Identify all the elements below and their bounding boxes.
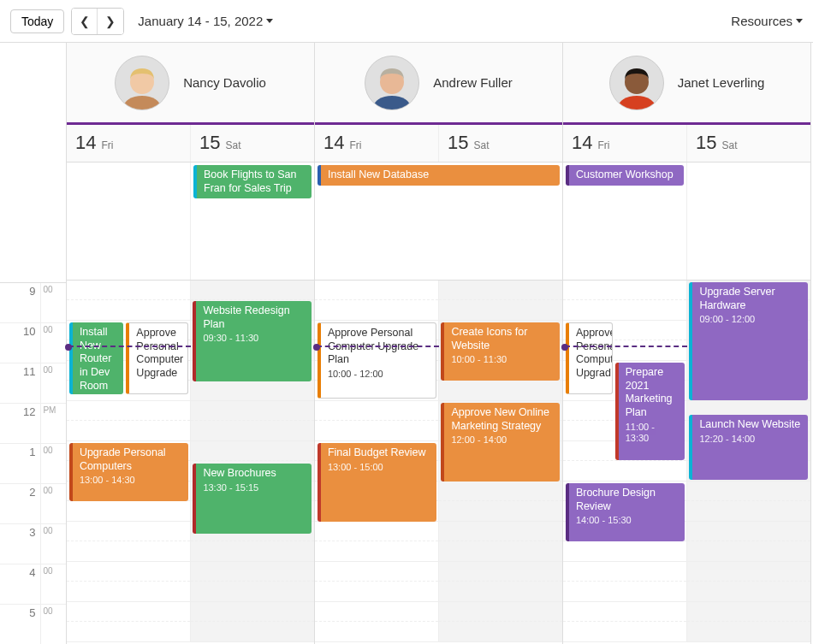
toolbar-left: Today ❮ ❯ January 14 - 15, 2022 [10, 8, 273, 35]
day-number: 14 [572, 132, 592, 154]
calendar-event[interactable]: Install New Router in Dev Room [69, 322, 124, 394]
ruler-body: 9001000110012PM100200300400500 [0, 283, 66, 644]
calendar-event[interactable]: Create Icons for Website10:00 - 11:30 [441, 322, 560, 381]
calendar-event[interactable]: Approve Personal Computer Upgrade [126, 322, 187, 394]
calendar-event[interactable]: Prepare 2021 Marketing Plan11:00 - 13:30 [615, 363, 685, 460]
event-title: Upgrade Personal Computers [80, 446, 183, 473]
calendar-event[interactable]: Final Budget Review13:00 - 15:00 [317, 443, 436, 522]
day-of-week: Sat [721, 139, 737, 151]
scheduler: 9001000110012PM100200300400500 Nancy Dav… [0, 43, 813, 644]
hour-label: 2 [0, 484, 40, 523]
event-title: Website Redesign Plan [203, 304, 306, 331]
event-time: 11:00 - 13:30 [626, 422, 679, 446]
avatar [365, 56, 419, 110]
hour-label: 12 [0, 404, 40, 443]
calendar-event[interactable]: Approve New Online Marketing Strategy12:… [441, 403, 560, 482]
day-overlay: Website Redesign Plan09:30 - 11:30New Br… [191, 281, 315, 644]
allday-row: Install New Database [315, 162, 562, 281]
day-header[interactable]: 14Fri [67, 125, 191, 162]
event-title: New Brochures [203, 467, 306, 481]
event-title: Install New Router in Dev Room [80, 326, 119, 393]
calendar-event[interactable]: New Brochures13:30 - 15:15 [193, 464, 312, 534]
calendar-event[interactable]: Brochure Design Review14:00 - 15:30 [566, 483, 685, 541]
avatar [609, 56, 664, 110]
day-of-week: Fri [349, 139, 361, 151]
calendar-event[interactable]: Approve Personal Computer Upgrad [566, 322, 613, 394]
hour-label: 1 [0, 444, 40, 483]
day-headers: 14Fri15Sat [563, 125, 810, 162]
day-header[interactable]: 15Sat [191, 125, 314, 162]
allday-event[interactable]: Book Flights to San Fran for Sales Trip [193, 165, 312, 198]
day-number: 15 [696, 132, 716, 154]
allday-event[interactable]: Install New Database [317, 165, 560, 186]
event-time: 09:00 - 12:00 [699, 314, 803, 326]
allday-cell[interactable]: Book Flights to San Fran for Sales Trip [191, 162, 314, 280]
time-ruler: 9001000110012PM100200300400500 [0, 43, 67, 644]
resource-groups: Nancy Davolio14Fri15SatBook Flights to S… [67, 43, 813, 644]
event-title: Install New Database [328, 168, 555, 182]
hour-row: 100 [0, 444, 66, 484]
now-indicator [565, 346, 687, 347]
day-header[interactable]: 14Fri [563, 125, 687, 162]
event-time: 13:00 - 15:00 [328, 462, 431, 474]
allday-cell[interactable] [67, 162, 191, 280]
allday-event[interactable]: Customer Workshop [566, 165, 684, 186]
calendar-event[interactable]: Approve Personal Computer Upgrade Plan10… [317, 322, 436, 399]
caret-down-icon [796, 19, 803, 23]
allday-cell[interactable]: Install New Database [315, 162, 562, 280]
day-header[interactable]: 14Fri [315, 125, 439, 162]
calendar-event[interactable]: Upgrade Server Hardware09:00 - 12:00 [689, 282, 808, 400]
day-header[interactable]: 15Sat [687, 125, 810, 162]
event-title: Final Budget Review [328, 446, 431, 460]
resource-column: Nancy Davolio14Fri15SatBook Flights to S… [67, 43, 315, 644]
day-overlay: Approve Personal Computer Upgrade Plan10… [315, 281, 439, 644]
calendar-event[interactable]: Launch New Website12:20 - 14:00 [689, 415, 808, 480]
hour-label: 10 [0, 323, 40, 363]
day-overlay: Approve Personal Computer UpgradPrepare … [563, 281, 687, 644]
event-title: Launch New Website [699, 418, 803, 432]
svg-point-0 [123, 96, 161, 109]
resource-column: Janet Leverling14Fri15SatCustomer Worksh… [563, 43, 811, 644]
calendar-event[interactable]: Website Redesign Plan09:30 - 11:30 [193, 301, 312, 381]
event-time: 12:20 - 14:00 [699, 434, 803, 446]
day-headers: 14Fri15Sat [315, 125, 562, 162]
day-header[interactable]: 15Sat [439, 125, 562, 162]
chevron-left-icon: ❮ [80, 15, 90, 28]
ruler-spacer [0, 43, 66, 283]
event-title: Brochure Design Review [576, 487, 679, 513]
date-range-picker[interactable]: January 14 - 15, 2022 [138, 14, 273, 28]
resources-dropdown[interactable]: Resources [731, 14, 803, 28]
now-indicator [68, 346, 191, 347]
day-of-week: Sat [225, 139, 240, 151]
resource-name: Andrew Fuller [433, 75, 513, 90]
prev-button[interactable]: ❮ [72, 9, 98, 34]
event-time: 13:30 - 15:15 [203, 482, 306, 494]
hour-row: 200 [0, 484, 66, 524]
event-time: 14:00 - 15:30 [576, 515, 679, 527]
minute-label: 00 [40, 524, 66, 564]
resource-header: Janet Leverling [563, 43, 810, 125]
event-title: Upgrade Server Hardware [699, 286, 803, 312]
allday-cell[interactable] [687, 162, 810, 280]
day-number: 15 [199, 132, 220, 154]
minute-label: 00 [40, 605, 66, 644]
today-button[interactable]: Today [10, 9, 64, 33]
date-range-label: January 14 - 15, 2022 [138, 14, 263, 28]
hour-row: 500 [0, 605, 66, 644]
event-title: Prepare 2021 Marketing Plan [626, 366, 679, 420]
allday-row: Book Flights to San Fran for Sales Trip [67, 162, 314, 281]
calendar-event[interactable]: Upgrade Personal Computers13:00 - 14:30 [69, 443, 188, 501]
hour-row: 900 [0, 283, 66, 323]
now-dot-icon [65, 344, 72, 351]
minute-label: 00 [40, 484, 66, 523]
allday-cell[interactable]: Customer Workshop [563, 162, 687, 280]
day-number: 14 [323, 132, 344, 154]
event-time: 12:00 - 14:00 [451, 434, 555, 446]
day-overlay: Install New Router in Dev RoomApprove Pe… [67, 281, 191, 644]
hour-row: 12PM [0, 404, 66, 444]
event-time: 10:00 - 12:00 [328, 369, 430, 381]
now-dot-icon [561, 344, 568, 351]
event-time: 10:00 - 11:30 [451, 354, 555, 366]
next-button[interactable]: ❯ [98, 9, 123, 34]
chevron-right-icon: ❯ [105, 15, 116, 28]
